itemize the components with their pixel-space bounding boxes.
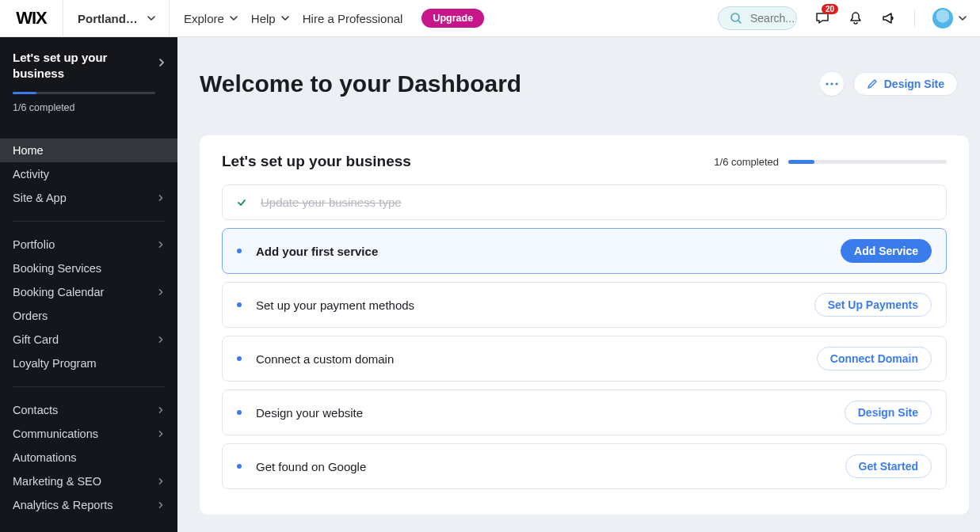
setup-step-label: Add your first service — [256, 245, 378, 258]
main: Welcome to your Dashboard Design Site Le… — [177, 37, 980, 532]
chevron-right-icon — [157, 501, 165, 509]
chevron-right-icon — [157, 477, 165, 485]
chevron-right-icon — [157, 241, 165, 249]
svg-point-3 — [835, 82, 837, 85]
upgrade-button[interactable]: Upgrade — [421, 9, 484, 28]
notifications-button[interactable] — [848, 10, 864, 26]
sidebar-item-label: Communications — [13, 428, 98, 440]
sidebar-item-label: Analytics & Reports — [13, 499, 113, 511]
sidebar-item-label: Activity — [13, 168, 49, 180]
svg-point-2 — [830, 82, 833, 85]
help-link[interactable]: Help — [251, 12, 288, 25]
notification-badge: 20 — [822, 4, 838, 14]
sidebar-item-activity[interactable]: Activity — [0, 162, 177, 186]
setup-step-label: Get found on Google — [256, 460, 366, 473]
setup-card-progress — [788, 160, 947, 164]
setup-step-label: Set up your payment methods — [256, 298, 414, 312]
chevron-right-icon — [157, 430, 165, 438]
sidebar-item-label: Contacts — [13, 404, 58, 416]
sidebar-item-automations[interactable]: Automations — [0, 446, 177, 469]
sidebar-setup-block[interactable]: Let's set up your business 1/6 completed — [0, 37, 177, 124]
bullet-icon — [237, 356, 242, 361]
divider — [914, 10, 915, 27]
announcements-button[interactable] — [881, 10, 897, 26]
avatar — [932, 8, 953, 28]
design-site-label: Design Site — [884, 78, 944, 90]
sidebar-item-label: Portfolio — [13, 238, 55, 251]
help-label: Help — [251, 12, 276, 25]
setup-step-button-design[interactable]: Design Site — [845, 401, 932, 424]
sidebar-item-siteapp[interactable]: Site & App — [0, 186, 177, 210]
bullet-icon — [237, 464, 242, 469]
explore-link[interactable]: Explore — [184, 12, 237, 25]
hire-pro-label: Hire a Professional — [303, 12, 403, 25]
setup-step-biz-type[interactable]: Update your business type — [222, 184, 947, 220]
design-site-button[interactable]: Design Site — [853, 72, 958, 96]
chevron-down-icon — [147, 13, 154, 23]
setup-step-button-payments[interactable]: Set Up Payments — [814, 293, 932, 317]
sidebar-item-communications[interactable]: Communications — [0, 422, 177, 446]
setup-card: Let's set up your business 1/6 completed… — [200, 135, 969, 515]
setup-step-design[interactable]: Design your websiteDesign Site — [222, 390, 947, 435]
setup-step-domain[interactable]: Connect a custom domainConnect Domain — [222, 336, 947, 382]
sidebar-progress — [13, 92, 155, 94]
chevron-right-icon — [157, 406, 165, 414]
nav-divider — [13, 386, 165, 387]
sidebar-item-label: Marketing & SEO — [13, 475, 101, 488]
setup-step-button-google[interactable]: Get Started — [845, 454, 932, 478]
pencil-icon — [867, 78, 878, 89]
chevron-right-icon — [157, 288, 165, 296]
sidebar-setup-title: Let's set up your business — [13, 50, 124, 82]
sidebar-nav: HomeActivitySite & AppPortfolioBooking S… — [0, 132, 177, 523]
setup-step-label: Connect a custom domain — [256, 352, 394, 366]
nav-divider — [13, 221, 165, 222]
explore-label: Explore — [184, 12, 224, 25]
header-actions: Design Site — [820, 72, 958, 96]
setup-step-google[interactable]: Get found on GoogleGet Started — [222, 443, 947, 489]
wix-logo[interactable]: WIX — [0, 0, 63, 37]
bullet-icon — [237, 249, 242, 253]
sidebar-item-contacts[interactable]: Contacts — [0, 398, 177, 422]
more-actions-button[interactable] — [820, 72, 844, 96]
sidebar-item-booking-services[interactable]: Booking Services — [0, 256, 177, 280]
sidebar-progress-label: 1/6 completed — [13, 102, 165, 113]
sidebar-item-portfolio[interactable]: Portfolio — [0, 233, 177, 256]
sidebar-item-booking-calendar[interactable]: Booking Calendar — [0, 280, 177, 304]
setup-step-label: Design your website — [256, 406, 363, 420]
setup-card-title: Let's set up your business — [222, 153, 411, 170]
setup-step-button-first-svc[interactable]: Add Service — [841, 239, 932, 263]
sidebar-item-loyalty[interactable]: Loyalty Program — [0, 352, 177, 375]
search-input[interactable] — [749, 11, 796, 25]
sidebar-item-label: Home — [13, 144, 44, 157]
sidebar-item-home[interactable]: Home — [0, 139, 177, 162]
site-picker[interactable]: Portland P… — [63, 0, 170, 37]
sidebar: Let's set up your business 1/6 completed… — [0, 37, 177, 532]
sidebar-item-label: Booking Services — [13, 262, 101, 275]
sidebar-item-analytics[interactable]: Analytics & Reports — [0, 493, 177, 517]
setup-step-payments[interactable]: Set up your payment methodsSet Up Paymen… — [222, 282, 947, 328]
search-box[interactable] — [718, 6, 797, 30]
sidebar-item-label: Site & App — [13, 192, 67, 204]
setup-step-label: Update your business type — [261, 196, 402, 209]
sidebar-item-label: Gift Card — [13, 333, 59, 346]
account-menu[interactable] — [932, 8, 966, 28]
chevron-down-icon — [280, 13, 288, 23]
inbox-button[interactable]: 20 — [814, 10, 830, 26]
chevron-down-icon — [229, 13, 237, 23]
setup-step-button-domain[interactable]: Connect Domain — [817, 347, 932, 370]
top-links: Explore Help Hire a Professional Upgrade — [170, 9, 498, 28]
sidebar-item-marketing[interactable]: Marketing & SEO — [0, 469, 177, 493]
sidebar-item-label: Loyalty Program — [13, 357, 97, 370]
chevron-right-icon — [157, 58, 166, 67]
setup-step-first-svc[interactable]: Add your first serviceAdd Service — [222, 228, 947, 274]
hire-pro-link[interactable]: Hire a Professional — [303, 12, 403, 25]
main-header: Welcome to your Dashboard Design Site — [177, 37, 980, 121]
sidebar-item-orders[interactable]: Orders — [0, 304, 177, 328]
sidebar-item-gift-card[interactable]: Gift Card — [0, 328, 177, 352]
wix-logo-text: WIX — [16, 8, 47, 28]
setup-card-count: 1/6 completed — [714, 156, 779, 168]
svg-point-1 — [826, 82, 828, 85]
chevron-down-icon — [958, 13, 966, 23]
bullet-icon — [237, 410, 242, 415]
search-icon — [730, 12, 742, 25]
